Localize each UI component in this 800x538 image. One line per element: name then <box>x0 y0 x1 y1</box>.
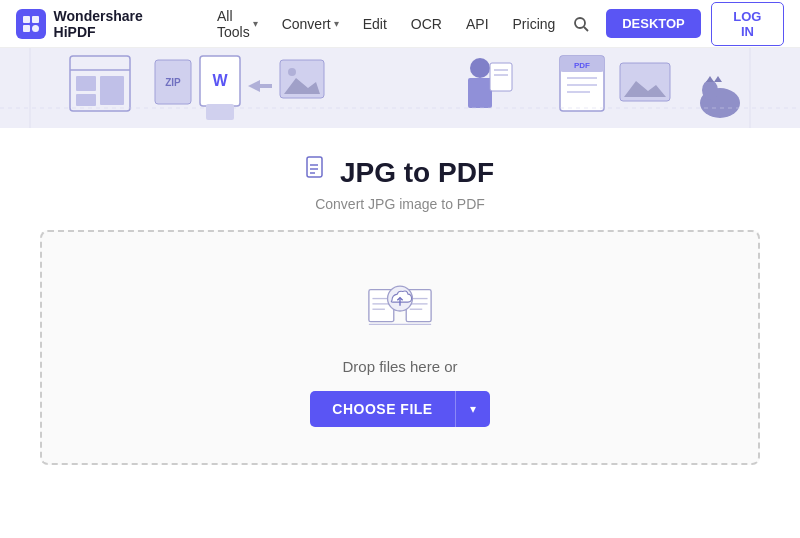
hero-banner: ZIP W PDF <box>0 48 800 128</box>
page-title-area: JPG to PDF <box>306 156 494 190</box>
svg-rect-23 <box>490 63 512 91</box>
upload-illustration <box>360 272 440 342</box>
nav-pricing[interactable]: Pricing <box>503 10 566 38</box>
nav-items: All Tools ▾ Convert ▾ Edit OCR API Prici… <box>207 2 565 46</box>
nav-ocr[interactable]: OCR <box>401 10 452 38</box>
main-content: JPG to PDF Convert JPG image to PDF <box>0 128 800 485</box>
navbar: Wondershare HiPDF All Tools ▾ Convert ▾ … <box>0 0 800 48</box>
logo[interactable]: Wondershare HiPDF <box>16 8 187 40</box>
page-subtitle: Convert JPG image to PDF <box>315 196 485 212</box>
choose-file-row: CHOOSE FILE ▾ <box>310 391 489 427</box>
svg-text:W: W <box>212 72 228 89</box>
chevron-down-icon: ▾ <box>253 18 258 29</box>
svg-line-5 <box>584 27 588 31</box>
svg-point-35 <box>702 80 718 100</box>
svg-rect-41 <box>307 157 322 177</box>
svg-point-21 <box>470 58 490 78</box>
choose-file-button[interactable]: CHOOSE FILE <box>310 391 454 427</box>
login-button[interactable]: LOG IN <box>711 2 784 46</box>
svg-rect-10 <box>76 94 96 106</box>
svg-rect-0 <box>23 16 30 23</box>
choose-file-dropdown[interactable]: ▾ <box>455 391 490 427</box>
nav-all-tools[interactable]: All Tools ▾ <box>207 2 268 46</box>
nav-convert[interactable]: Convert ▾ <box>272 10 349 38</box>
svg-rect-1 <box>32 16 39 23</box>
svg-rect-16 <box>206 104 234 120</box>
brand-name: Wondershare HiPDF <box>54 8 187 40</box>
svg-rect-9 <box>76 76 96 91</box>
logo-icon <box>16 9 46 39</box>
chevron-down-icon: ▾ <box>334 18 339 29</box>
svg-rect-22 <box>468 78 492 108</box>
drop-text: Drop files here or <box>342 358 457 375</box>
svg-rect-11 <box>100 76 124 105</box>
nav-edit[interactable]: Edit <box>353 10 397 38</box>
search-button[interactable] <box>565 8 596 40</box>
svg-point-3 <box>32 25 39 32</box>
svg-text:ZIP: ZIP <box>165 77 181 88</box>
svg-rect-2 <box>23 25 30 32</box>
chevron-down-icon: ▾ <box>470 402 476 416</box>
drop-zone[interactable]: Drop files here or CHOOSE FILE ▾ <box>40 230 760 465</box>
file-icon <box>306 156 330 190</box>
svg-text:PDF: PDF <box>574 61 590 70</box>
svg-point-4 <box>575 18 585 28</box>
desktop-button[interactable]: DESKTOP <box>606 9 701 38</box>
svg-point-20 <box>288 68 296 76</box>
nav-right: DESKTOP LOG IN <box>565 2 784 46</box>
nav-api[interactable]: API <box>456 10 499 38</box>
page-title: JPG to PDF <box>340 157 494 189</box>
